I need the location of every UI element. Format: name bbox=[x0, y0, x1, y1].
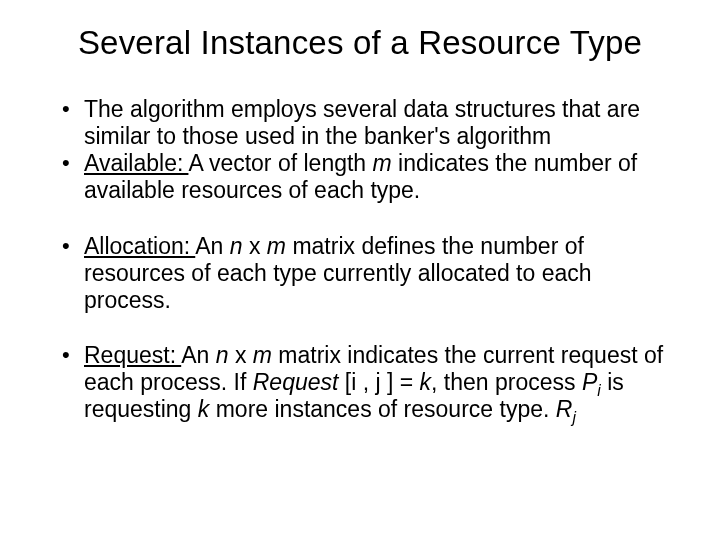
var-k: k bbox=[198, 396, 210, 422]
spacer bbox=[56, 205, 664, 233]
label-request: Request: bbox=[84, 342, 181, 368]
bullet-allocation: Allocation: An n x m matrix defines the … bbox=[56, 233, 664, 314]
var-n: n bbox=[230, 233, 243, 259]
label-available: Available: bbox=[84, 150, 188, 176]
text: The algorithm employs several data struc… bbox=[84, 96, 640, 149]
var-m: m bbox=[253, 342, 272, 368]
var-m: m bbox=[373, 150, 392, 176]
slide-title: Several Instances of a Resource Type bbox=[56, 24, 664, 62]
var-request: Request bbox=[253, 369, 345, 395]
var-R: R bbox=[556, 396, 573, 422]
text: more instances of resource type. bbox=[209, 396, 555, 422]
slide: Several Instances of a Resource Type The… bbox=[0, 0, 720, 540]
sub-j: j bbox=[572, 409, 575, 426]
spacer bbox=[56, 314, 664, 342]
text: , then process bbox=[431, 369, 582, 395]
text: An bbox=[181, 342, 216, 368]
bullet-list: The algorithm employs several data struc… bbox=[56, 96, 664, 423]
bullet-available: Available: A vector of length m indicate… bbox=[56, 150, 664, 204]
var-m: m bbox=[267, 233, 286, 259]
text: [i , j ] = bbox=[345, 369, 420, 395]
label-allocation: Allocation: bbox=[84, 233, 195, 259]
var-k: k bbox=[420, 369, 432, 395]
text: An bbox=[195, 233, 230, 259]
bullet-intro: The algorithm employs several data struc… bbox=[56, 96, 664, 150]
var-P: P bbox=[582, 369, 597, 395]
text: x bbox=[229, 342, 253, 368]
text: x bbox=[243, 233, 267, 259]
var-n: n bbox=[216, 342, 229, 368]
bullet-request: Request: An n x m matrix indicates the c… bbox=[56, 342, 664, 423]
text: A vector of length bbox=[188, 150, 372, 176]
